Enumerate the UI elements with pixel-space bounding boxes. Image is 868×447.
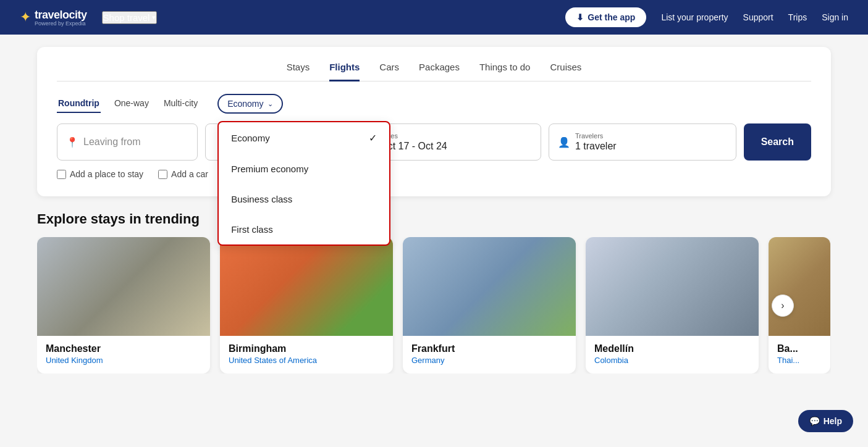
travelers-value: 1 traveler [575, 141, 617, 152]
travelers-field-row: 👤 Travelers 1 traveler [558, 132, 727, 152]
travelers-label: Travelers [575, 132, 617, 140]
tab-packages[interactable]: Packages [419, 62, 460, 81]
birmingham-image [220, 237, 393, 336]
city-card-frankfurt[interactable]: Frankfurt Germany [403, 237, 576, 374]
frankfurt-card-body: Frankfurt Germany [403, 336, 576, 374]
sign-in-link[interactable]: Sign in [822, 12, 848, 22]
multi-city-button[interactable]: Multi-city [162, 94, 199, 113]
roundtrip-button[interactable]: Roundtrip [57, 94, 101, 113]
manchester-image [37, 237, 210, 336]
tab-cruises[interactable]: Cruises [550, 62, 581, 81]
birmingham-country: United States of America [229, 356, 384, 365]
main-tabs: Stays Flights Cars Packages Things to do… [57, 62, 811, 81]
chevron-down-icon: ⌄ [268, 100, 273, 108]
logo-text: travelocity [35, 9, 87, 21]
tab-flights[interactable]: Flights [329, 62, 360, 81]
frankfurt-image [403, 237, 576, 336]
logo-sub: Powered by Expedia [35, 20, 87, 27]
city-cards-carousel: Manchester United Kingdom Birmingham Uni… [37, 237, 831, 374]
chat-icon: 💬 [809, 416, 820, 417]
add-car-checkbox[interactable] [158, 170, 167, 179]
search-card: Stays Flights Cars Packages Things to do… [37, 47, 831, 196]
support-link[interactable]: Support [743, 12, 773, 22]
class-dropdown-menu: Economy ✓ Premium economy Business class… [217, 121, 390, 246]
add-car-checkbox-label[interactable]: Add a car [158, 169, 208, 179]
explore-section: Explore stays in trending Manchester Uni… [37, 211, 831, 374]
manchester-country: United Kingdom [46, 356, 201, 365]
header-left: ✦ travelocity Powered by Expedia Shop tr… [20, 9, 157, 27]
add-car-label: Add a car [171, 169, 208, 179]
leaving-field-row: 📍 Leaving from [66, 136, 188, 148]
city-card-medellin[interactable]: Medellín Colombia [586, 237, 759, 374]
tab-cars[interactable]: Cars [379, 62, 399, 81]
leaving-from-placeholder: Leaving from [83, 136, 141, 148]
bangkok-name: Ba... [777, 343, 822, 354]
business-class-option[interactable]: Business class [219, 184, 389, 214]
shop-travel-button[interactable]: Shop travel ▾ [102, 11, 158, 24]
tab-things-to-do[interactable]: Things to do [479, 62, 531, 81]
check-icon: ✓ [369, 132, 377, 144]
medellin-country: Colombia [594, 356, 750, 365]
shop-travel-label: Shop travel [103, 12, 150, 23]
logo: ✦ travelocity Powered by Expedia [20, 9, 87, 27]
extras-row: Add a place to stay Add a car [57, 169, 811, 179]
help-label: Help [824, 416, 842, 417]
manchester-card-body: Manchester United Kingdom [37, 336, 210, 374]
bangkok-card-body: Ba... Thai... [769, 336, 830, 374]
flight-options-row: Roundtrip One-way Multi-city Economy ⌄ E… [57, 94, 811, 114]
chevron-down-icon: ▾ [152, 14, 156, 22]
trips-link[interactable]: Trips [788, 12, 807, 22]
travelers-content: Travelers 1 traveler [575, 132, 617, 152]
medellin-name: Medellín [594, 343, 750, 354]
download-icon: ⬇ [576, 12, 584, 22]
header: ✦ travelocity Powered by Expedia Shop tr… [0, 0, 868, 35]
add-stay-label: Add a place to stay [70, 169, 143, 179]
list-property-link[interactable]: List your property [661, 12, 728, 22]
medellin-card-body: Medellín Colombia [586, 336, 759, 374]
birmingham-card-body: Birmingham United States of America [220, 336, 393, 374]
city-cards-list: Manchester United Kingdom Birmingham Uni… [37, 237, 831, 374]
class-dropdown-button[interactable]: Economy ⌄ [217, 94, 282, 114]
explore-title: Explore stays in trending [37, 211, 831, 227]
carousel-next-button[interactable]: › [772, 295, 794, 317]
logo-star-icon: ✦ [20, 9, 31, 25]
add-stay-checkbox-label[interactable]: Add a place to stay [57, 169, 143, 179]
leaving-from-wrapper: 📍 Leaving from [57, 123, 198, 161]
medellin-image [586, 237, 759, 336]
get-app-label: Get the app [588, 12, 635, 22]
city-card-birmingham[interactable]: Birmingham United States of America [220, 237, 393, 374]
bangkok-image [769, 237, 830, 336]
leaving-from-field[interactable]: 📍 Leaving from [57, 123, 198, 161]
tab-stays[interactable]: Stays [287, 62, 310, 81]
class-label: Economy [227, 99, 263, 109]
add-stay-checkbox[interactable] [57, 170, 66, 179]
travelers-field[interactable]: 👤 Travelers 1 traveler [549, 123, 736, 161]
first-class-option[interactable]: First class [219, 214, 389, 244]
main-content: Stays Flights Cars Packages Things to do… [0, 47, 868, 417]
header-right: ⬇ Get the app List your property Support… [565, 7, 848, 27]
chevron-right-icon: › [781, 300, 784, 311]
premium-economy-option[interactable]: Premium economy [219, 154, 389, 184]
bangkok-country: Thai... [777, 356, 822, 365]
frankfurt-country: Germany [411, 356, 567, 365]
class-dropdown-wrapper: Economy ⌄ Economy ✓ Premium economy Busi… [217, 94, 282, 114]
person-icon: 👤 [558, 136, 570, 148]
manchester-name: Manchester [46, 343, 201, 354]
logo-text-block: travelocity Powered by Expedia [35, 9, 87, 27]
location-icon: 📍 [66, 136, 78, 148]
get-app-button[interactable]: ⬇ Get the app [565, 7, 646, 27]
city-card-manchester[interactable]: Manchester United Kingdom [37, 237, 210, 374]
birmingham-name: Birmingham [229, 343, 384, 354]
search-button[interactable]: Search [744, 123, 811, 161]
search-row: 📍 Leaving from 📍 Going to 📅 D [57, 123, 811, 161]
frankfurt-name: Frankfurt [411, 343, 567, 354]
help-button[interactable]: 💬 Help [798, 410, 853, 417]
one-way-button[interactable]: One-way [113, 94, 150, 113]
economy-option[interactable]: Economy ✓ [219, 122, 389, 154]
